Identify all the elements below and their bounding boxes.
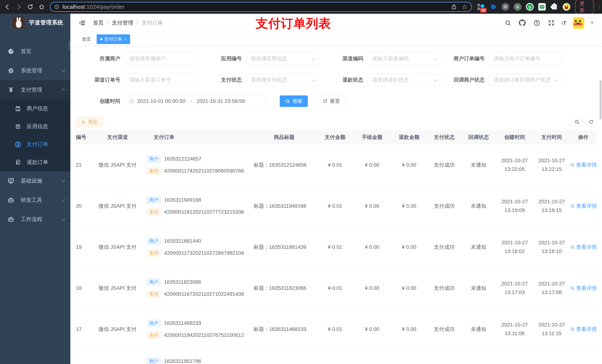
channel-order-no-input[interactable] bbox=[125, 74, 197, 86]
sidebar-item-refund-order[interactable]: 退款订单 bbox=[0, 153, 70, 171]
monitor-icon bbox=[7, 177, 15, 184]
chevron-down-icon bbox=[61, 178, 65, 182]
sidebar-toggle-icon[interactable] bbox=[78, 20, 86, 26]
filter-row-1: 所属商户 应用编号 请选择应用信息 渠道编码 请输入渠道编码 商户订单编号 bbox=[76, 53, 596, 64]
tab-label: 支付订单 bbox=[104, 36, 122, 42]
view-detail-link[interactable]: 查看详情 bbox=[570, 203, 596, 209]
sidebar: 芋道管理系统 首页 系统管理 ¥ 支付管理 bbox=[0, 14, 70, 364]
merchant-input[interactable] bbox=[125, 53, 197, 64]
avatar[interactable] bbox=[573, 17, 584, 29]
tags-view: 首页 支付订单 × bbox=[70, 32, 602, 46]
close-icon[interactable]: × bbox=[124, 37, 127, 42]
channel-code-select[interactable]: 请输入渠道编码 bbox=[368, 53, 440, 64]
chevron-down-icon bbox=[61, 197, 65, 202]
clock-icon bbox=[129, 98, 134, 104]
notify-status: 未通知 bbox=[461, 244, 496, 251]
merchant-tag: 商户 bbox=[147, 319, 161, 327]
breadcrumb-home[interactable]: 首页 bbox=[93, 19, 104, 27]
pay-time: 2021-10-2713:11:15 bbox=[533, 321, 570, 338]
create-time-label: 创建时间 bbox=[76, 98, 120, 105]
sidebar-item-home[interactable]: 首页 bbox=[0, 42, 70, 61]
pay-status: 支付成功 bbox=[428, 326, 461, 333]
fullscreen-icon[interactable] bbox=[547, 19, 555, 27]
merchant-input-field[interactable] bbox=[129, 56, 193, 62]
dashboard-icon bbox=[7, 48, 15, 55]
filter-row-2: 渠道订单号 支付状态 请选择支付状态 退款状态 请选择退款状态 回调商户状态 请… bbox=[76, 74, 596, 86]
briefcase-icon bbox=[7, 216, 15, 223]
refund-amount: ¥ 0.00 bbox=[391, 203, 428, 209]
github-icon[interactable] bbox=[518, 19, 527, 27]
sidebar-item-workflow[interactable]: 工作流程 bbox=[0, 210, 70, 229]
app-logo-row[interactable]: 芋道管理系统 bbox=[0, 14, 70, 31]
pay-amount: ¥ 0.01 bbox=[317, 285, 354, 291]
reset-button[interactable]: 重置 bbox=[317, 95, 345, 107]
col-title: 商品标题 bbox=[252, 134, 317, 141]
extension-kite-icon[interactable] bbox=[489, 3, 497, 11]
notify-status-select[interactable]: 请选择订单回调商户状态 bbox=[489, 74, 562, 86]
view-detail-link[interactable]: 查看详情 bbox=[570, 285, 596, 292]
notify-status: 未通知 bbox=[461, 285, 496, 292]
extension-recorder-icon[interactable] bbox=[513, 3, 522, 11]
browser-reload-icon[interactable] bbox=[26, 3, 34, 11]
help-icon[interactable] bbox=[533, 19, 541, 27]
table-toolbar: 导出 bbox=[76, 116, 596, 127]
extension-tag-icon[interactable]: 10 bbox=[477, 3, 485, 11]
extension-y-icon[interactable]: y bbox=[526, 3, 534, 11]
bookmark-star-icon[interactable]: ☆ bbox=[462, 3, 468, 10]
chevron-down-icon bbox=[61, 217, 65, 221]
pay-time: 2021-10-2713:19:15 bbox=[533, 197, 570, 214]
profile-emoji-icon[interactable] bbox=[562, 3, 571, 11]
browser-forward-icon[interactable] bbox=[15, 3, 23, 11]
puzzle-shape bbox=[552, 4, 557, 10]
tab-pay-order[interactable]: 支付订单 × bbox=[97, 34, 130, 44]
browser-home-icon[interactable] bbox=[38, 3, 46, 11]
sidebar-item-payment[interactable]: ¥ 支付管理 bbox=[0, 80, 70, 100]
recorder-circle bbox=[514, 3, 521, 11]
merchant-order-no: 1635311468233 bbox=[164, 320, 201, 326]
sidebar-item-infrastructure[interactable]: 基础设施 bbox=[0, 171, 70, 190]
view-detail-link[interactable]: 查看详情 bbox=[570, 244, 596, 251]
pay-tag: 支付 bbox=[147, 290, 161, 298]
sidebar-item-merchant-info[interactable]: 商户信息 bbox=[0, 100, 70, 117]
avatar-caret-icon[interactable] bbox=[591, 22, 594, 24]
sidebar-item-app-info[interactable]: 应用信息 bbox=[0, 117, 70, 135]
pay-status: 支付成功 bbox=[428, 203, 461, 209]
tab-home[interactable]: 首页 bbox=[78, 34, 94, 44]
page-scrollbar[interactable] bbox=[600, 80, 602, 119]
date-end[interactable]: 2021-10-31 23:59:59 bbox=[197, 98, 245, 104]
merchant-order-no-field[interactable] bbox=[494, 56, 557, 62]
goods-title: 标题：1635311823086 bbox=[252, 285, 317, 292]
view-detail-link[interactable]: 查看详情 bbox=[570, 161, 596, 168]
browser-back-icon[interactable] bbox=[3, 3, 11, 11]
toggle-search-button[interactable] bbox=[572, 116, 582, 127]
merchant-order-no-input[interactable] bbox=[489, 53, 562, 64]
date-start[interactable]: 2021-10-01 00:00:00 bbox=[137, 98, 185, 104]
search-icon[interactable] bbox=[504, 19, 512, 27]
browser-menu-icon[interactable]: ⋮ bbox=[596, 6, 602, 8]
pay-status-select[interactable]: 请选择支付状态 bbox=[246, 74, 319, 86]
site-info-icon[interactable] bbox=[54, 4, 60, 10]
sidebar-item-pay-order[interactable]: 支付订单 bbox=[0, 135, 70, 153]
view-detail-link[interactable]: 查看详情 bbox=[570, 326, 596, 333]
extension-chat-icon[interactable] bbox=[538, 3, 546, 11]
create-time: 2021-10-2713:18:02 bbox=[496, 239, 533, 255]
extensions-puzzle-icon[interactable] bbox=[550, 3, 559, 11]
sidebar-item-dev-tools[interactable]: 研发工具 bbox=[0, 190, 70, 210]
notify-status-label: 回调商户状态 bbox=[440, 76, 485, 83]
refund-status-select[interactable]: 请选择退款状态 bbox=[368, 74, 440, 86]
create-time-range-picker[interactable]: 2021-10-01 00:00:00 - 2021-10-31 23:59:5… bbox=[125, 95, 266, 107]
sidebar-item-system[interactable]: 系统管理 bbox=[0, 61, 70, 80]
app-no-select[interactable]: 请选择应用信息 bbox=[246, 53, 319, 64]
extension-command-icon[interactable]: ⌘ bbox=[501, 3, 510, 11]
sidebar-item-label: 研发工具 bbox=[21, 197, 42, 204]
chrome-update-button[interactable]: 更新 bbox=[575, 0, 594, 15]
refresh-table-button[interactable] bbox=[586, 116, 596, 127]
download-icon bbox=[81, 119, 86, 124]
font-size-icon[interactable]: tT bbox=[562, 20, 567, 26]
channel-order-no-field[interactable] bbox=[129, 77, 193, 83]
search-button[interactable]: 搜索 bbox=[280, 95, 308, 107]
export-button[interactable]: 导出 bbox=[76, 117, 103, 127]
share-icon[interactable] bbox=[451, 4, 457, 10]
address-bar[interactable]: localhost:1024/pay/order ☆ bbox=[50, 2, 472, 12]
pay-amount: ¥ 0.01 bbox=[317, 203, 354, 209]
